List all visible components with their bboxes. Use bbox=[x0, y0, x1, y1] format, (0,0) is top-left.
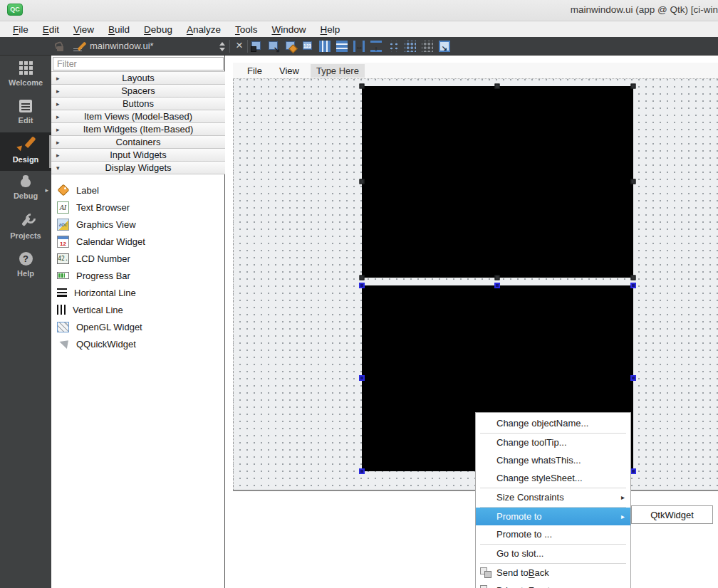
menu-help[interactable]: Help bbox=[313, 23, 348, 36]
widget-item-text-browser[interactable]: AIText Browser bbox=[51, 199, 225, 216]
vertical-line-icon bbox=[57, 305, 66, 315]
title-bar: QC mainwindow.ui (app @ Qtk) [ci-win bbox=[0, 0, 718, 21]
lcd-number-icon: 42. bbox=[57, 253, 69, 264]
menu-item-go-to-slot[interactable]: Go to slot... bbox=[476, 545, 630, 562]
menu-window[interactable]: Window bbox=[264, 23, 313, 36]
resize-handle[interactable] bbox=[360, 179, 365, 184]
sidebar-item-welcome[interactable]: Welcome bbox=[0, 60, 51, 95]
category-containers[interactable]: ▸Containers bbox=[51, 135, 225, 149]
lock-icon bbox=[57, 46, 63, 51]
layout-vertical-splitter-icon[interactable] bbox=[370, 41, 382, 52]
sidebar-item-help[interactable]: ? Help bbox=[0, 251, 51, 286]
progress-bar-icon bbox=[57, 272, 69, 279]
menu-item-bring-to-front[interactable]: Bring to Front bbox=[476, 582, 630, 588]
menu-item-size-constraints[interactable]: Size Constraints ▸ bbox=[476, 488, 630, 506]
layout-horizontal-splitter-icon[interactable] bbox=[353, 41, 365, 52]
resize-handle[interactable] bbox=[631, 84, 636, 89]
category-buttons[interactable]: ▸Buttons bbox=[51, 97, 225, 110]
resize-handle[interactable] bbox=[495, 84, 500, 89]
form-menu-view[interactable]: View bbox=[274, 64, 305, 78]
sidebar-item-edit[interactable]: Edit bbox=[0, 98, 51, 134]
resize-handle[interactable] bbox=[359, 283, 365, 288]
menu-build[interactable]: Build bbox=[101, 23, 137, 36]
edit-document-icon bbox=[73, 41, 84, 52]
send-to-back-icon bbox=[480, 567, 491, 578]
menu-debug[interactable]: Debug bbox=[137, 23, 180, 36]
edit-tab-order-icon[interactable]: 123 bbox=[302, 41, 313, 52]
category-display-widgets[interactable]: ▾Display Widgets bbox=[51, 161, 225, 174]
text-browser-icon: AI bbox=[57, 201, 69, 214]
resize-handle[interactable] bbox=[631, 275, 636, 280]
toolbar-separator bbox=[247, 40, 248, 53]
welcome-grid-icon bbox=[19, 61, 33, 75]
menu-item-promote-to[interactable]: Promote to ▸ bbox=[476, 508, 630, 525]
resize-handle[interactable] bbox=[630, 375, 636, 381]
sidebar-item-debug[interactable]: ▸ Debug bbox=[0, 174, 51, 211]
widget-item-progress-bar[interactable]: Progress Bar bbox=[51, 267, 225, 284]
menu-item-change-whatsthis[interactable]: Change whatsThis... bbox=[476, 451, 630, 469]
resize-handle[interactable] bbox=[360, 84, 365, 89]
widget-item-qquickwidget[interactable]: QQuickWidget bbox=[51, 335, 225, 352]
menu-item-qtkwidget[interactable]: QtkWidget bbox=[650, 510, 694, 520]
widget-item-lcd-number[interactable]: 42.LCD Number bbox=[51, 250, 225, 267]
qquick-widget-icon bbox=[57, 338, 69, 350]
close-document-button[interactable]: × bbox=[234, 38, 245, 53]
designer-toolbar: mainwindow.ui* × 123 bbox=[0, 37, 718, 56]
sidebar-item-design[interactable]: Design bbox=[0, 132, 51, 171]
menu-analyze[interactable]: Analyze bbox=[180, 23, 228, 36]
chevron-right-icon: ▸ bbox=[56, 75, 60, 82]
widget-list: Label AIText Browser abcGraphics View 12… bbox=[51, 182, 225, 352]
menu-item-change-stylesheet[interactable]: Change styleSheet... bbox=[476, 469, 630, 487]
resize-handle[interactable] bbox=[359, 468, 365, 474]
widget-context-menu: Change objectName... Change toolTip... C… bbox=[475, 412, 631, 588]
edit-document-icon bbox=[19, 100, 32, 112]
resize-handle[interactable] bbox=[630, 283, 636, 288]
edit-widgets-icon[interactable] bbox=[251, 41, 262, 52]
menu-edit[interactable]: Edit bbox=[36, 23, 66, 36]
menu-item-change-tooltip[interactable]: Change toolTip... bbox=[476, 434, 630, 451]
filter-input[interactable] bbox=[53, 57, 224, 70]
form-menu-type-here[interactable]: Type Here bbox=[311, 64, 365, 78]
layout-vertical-icon[interactable] bbox=[336, 41, 348, 52]
help-question-icon: ? bbox=[19, 252, 33, 266]
menu-item-send-to-back[interactable]: Send to Back bbox=[476, 564, 630, 582]
widget-item-label[interactable]: Label bbox=[51, 182, 225, 199]
form-menu-file[interactable]: File bbox=[241, 64, 268, 78]
resize-handle[interactable] bbox=[359, 375, 365, 381]
widget-item-vertical-line[interactable]: Vertical Line bbox=[51, 301, 225, 318]
menu-file[interactable]: File bbox=[6, 23, 36, 36]
menu-tools[interactable]: Tools bbox=[228, 23, 265, 36]
debug-flyout-arrow-icon[interactable]: ▸ bbox=[45, 187, 48, 194]
widget-item-graphics-view[interactable]: abcGraphics View bbox=[51, 216, 225, 233]
edit-buddies-icon[interactable] bbox=[285, 41, 296, 52]
category-layouts[interactable]: ▸Layouts bbox=[51, 71, 225, 85]
resize-handle[interactable] bbox=[630, 468, 636, 474]
qt-creator-logo: QC bbox=[7, 4, 23, 16]
layout-grid-icon[interactable] bbox=[405, 41, 416, 52]
layout-horizontal-icon[interactable] bbox=[319, 41, 331, 52]
widget-item-calendar[interactable]: 12Calendar Widget bbox=[51, 233, 225, 250]
layout-form-icon[interactable] bbox=[387, 41, 399, 52]
menu-view[interactable]: View bbox=[66, 23, 101, 36]
category-spacers[interactable]: ▸Spacers bbox=[51, 84, 225, 98]
break-layout-icon[interactable] bbox=[422, 41, 433, 52]
document-spinner[interactable] bbox=[219, 42, 226, 51]
menu-item-change-objectname[interactable]: Change objectName... bbox=[476, 414, 630, 432]
category-item-widgets[interactable]: ▸Item Widgets (Item-Based) bbox=[51, 122, 225, 136]
open-document-selector[interactable]: mainwindow.ui* bbox=[90, 41, 154, 51]
selected-widget-1[interactable] bbox=[362, 86, 633, 278]
label-icon bbox=[57, 184, 69, 196]
resize-handle[interactable] bbox=[360, 275, 365, 280]
promote-to-submenu: QtkWidget bbox=[631, 505, 713, 524]
widget-item-opengl-widget[interactable]: OpenGL Widget bbox=[51, 318, 225, 335]
category-input-widgets[interactable]: ▸Input Widgets bbox=[51, 148, 225, 162]
adjust-size-icon[interactable] bbox=[439, 41, 450, 52]
resize-handle[interactable] bbox=[495, 275, 500, 280]
category-item-views[interactable]: ▸Item Views (Model-Based) bbox=[51, 110, 225, 123]
widget-item-horizontal-line[interactable]: Horizontal Line bbox=[51, 284, 225, 301]
resize-handle[interactable] bbox=[494, 283, 500, 288]
sidebar-item-projects[interactable]: Projects bbox=[0, 214, 51, 249]
resize-handle[interactable] bbox=[631, 179, 636, 184]
menu-item-promote-to-dialog[interactable]: Promote to ... bbox=[476, 525, 630, 543]
edit-signals-slots-icon[interactable] bbox=[268, 41, 279, 52]
